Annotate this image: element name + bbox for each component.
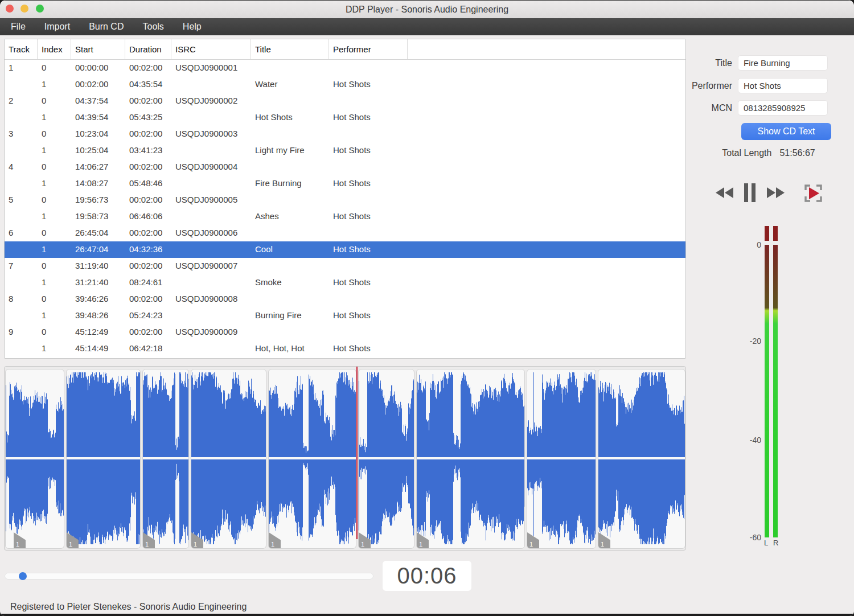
waveform-track-segment[interactable]: 1 [527,369,596,549]
waveform-track-segment[interactable]: 1 [598,369,685,549]
cell-start: 31:21:40 [71,274,125,291]
pause-button[interactable] [743,183,757,204]
cell-index: 1 [38,307,71,324]
table-row[interactable]: 6026:45:0400:02:00USQDJ0900006 [5,225,685,241]
table-row[interactable]: 3010:23:0400:02:00USQDJ0900003 [5,126,685,142]
table-row[interactable]: 9045:12:4900:02:00USQDJ0900009 [5,324,685,340]
table-row[interactable]: 5019:56:7300:02:00USQDJ0900005 [5,192,685,208]
window-bottom-edge [0,614,854,616]
cell-isrc [171,142,251,159]
table-row[interactable]: 139:48:2605:24:23Burning FireHot Shots [5,307,685,324]
table-row[interactable]: 2004:37:5400:02:00USQDJ0900002 [5,93,685,109]
cell-start: 04:39:54 [71,109,125,126]
menu-help[interactable]: Help [183,22,202,32]
waveform-track-segment[interactable]: 1 [358,369,414,549]
cell-start: 45:14:49 [71,340,125,357]
meter-channel-right-label: R [773,539,778,547]
table-row[interactable]: 110:25:0403:41:23Light my FireHot Shots [5,142,685,159]
cell-index: 0 [38,258,71,274]
waveform-track-segment[interactable]: 1 [142,369,189,549]
menu-tools[interactable]: Tools [142,22,163,32]
cell-performer: Hot Shots [329,208,408,225]
title-label: Title [689,58,738,68]
table-row[interactable]: 114:08:2705:48:46Fire BurningHot Shots [5,175,685,192]
column-header-isrc[interactable]: ISRC [171,39,251,59]
time-display: 00:06 [383,561,471,591]
seek-slider-track[interactable] [5,573,373,580]
waveform-track-segment[interactable]: 1 [66,369,141,549]
play-to-marker-button[interactable] [803,183,824,206]
cell-start: 14:08:27 [71,175,125,192]
performer-label: Performer [689,81,738,91]
table-row[interactable]: 1000:00:0000:02:00USQDJ0900001 [5,60,685,76]
table-row[interactable]: 119:58:7306:46:06AshesHot Shots [5,208,685,225]
cell-title [251,126,329,142]
meter-peak-right [773,226,778,241]
table-row[interactable]: 100:02:0004:35:54WaterHot Shots [5,76,685,93]
column-header-index[interactable]: Index [38,39,71,59]
cell-performer: Hot Shots [329,340,408,357]
window-top-edge [0,0,854,1]
cell-index: 0 [38,93,71,109]
cell-filler [408,76,685,93]
track-marker-index: 1 [529,541,533,548]
cell-duration: 06:42:18 [125,340,171,357]
show-cd-text-button[interactable]: Show CD Text [741,123,831,140]
waveform-canvas [359,369,414,548]
cell-track [5,208,38,225]
table-row[interactable]: 104:39:5405:43:25Hot ShotsHot Shots [5,109,685,126]
rewind-button[interactable] [715,187,734,200]
waveform-track-segment[interactable]: 1 [5,369,64,549]
menu-import[interactable]: Import [44,22,70,32]
column-header-track[interactable]: Track [5,39,38,59]
menu-burn-cd[interactable]: Burn CD [89,22,124,32]
waveform-panel[interactable]: 111111111 [4,366,686,551]
cell-duration: 00:02:00 [125,225,171,241]
cell-isrc [171,241,251,258]
waveform-track-segment[interactable]: 1 [191,369,266,549]
table-row[interactable]: 8039:46:2600:02:00USQDJ0900008 [5,291,685,307]
table-row[interactable]: 7031:19:4000:02:00USQDJ0900007 [5,258,685,274]
cell-track [5,241,38,258]
title-field[interactable] [738,55,828,71]
cell-title: Fire Burning [251,175,329,192]
waveform-canvas [191,369,266,548]
cell-isrc [171,307,251,324]
seek-slider-thumb[interactable] [19,572,27,580]
cell-index: 1 [38,208,71,225]
cell-isrc: USQDJ0900005 [171,192,251,208]
menu-file[interactable]: File [11,22,26,32]
fast-forward-button[interactable] [766,187,785,200]
column-header-start[interactable]: Start [71,39,125,59]
cell-filler [408,241,685,258]
playhead-cursor[interactable] [356,367,358,539]
cell-isrc [171,208,251,225]
waveform-track-segment[interactable]: 1 [268,369,356,549]
cell-track: 4 [5,159,38,175]
performer-field[interactable] [738,78,828,93]
cell-filler [408,291,685,307]
cell-isrc: USQDJ0900008 [171,291,251,307]
cell-performer [329,324,408,340]
table-row[interactable]: 4014:06:2700:02:00USQDJ0900004 [5,159,685,175]
title-bar: DDP Player - Sonoris Audio Engineering [0,0,854,18]
waveform-canvas [143,369,188,548]
cell-filler [408,60,685,76]
column-header-title[interactable]: Title [251,39,329,59]
cell-start: 39:46:26 [71,291,125,307]
column-header-performer[interactable]: Performer [329,39,408,59]
meter-tick--20: -20 [741,336,761,346]
table-row[interactable]: 131:21:4008:24:61SmokeHot Shots [5,274,685,291]
table-row[interactable]: 126:47:0404:32:36CoolHot Shots [5,241,685,258]
waveform-track-segment[interactable]: 1 [416,369,525,549]
cell-isrc: USQDJ0900006 [171,225,251,241]
mcn-field[interactable] [738,100,828,116]
menu-bar: FileImportBurn CDToolsHelp [0,18,854,35]
cell-isrc: USQDJ0900007 [171,258,251,274]
cell-filler [408,324,685,340]
column-header-duration[interactable]: Duration [125,39,171,59]
table-row[interactable]: 145:14:4906:42:18Hot, Hot, HotHot Shots [5,340,685,357]
level-meter-left [765,245,769,537]
cell-index: 1 [38,340,71,357]
table-body: 1000:00:0000:02:00USQDJ0900001100:02:000… [5,60,685,357]
